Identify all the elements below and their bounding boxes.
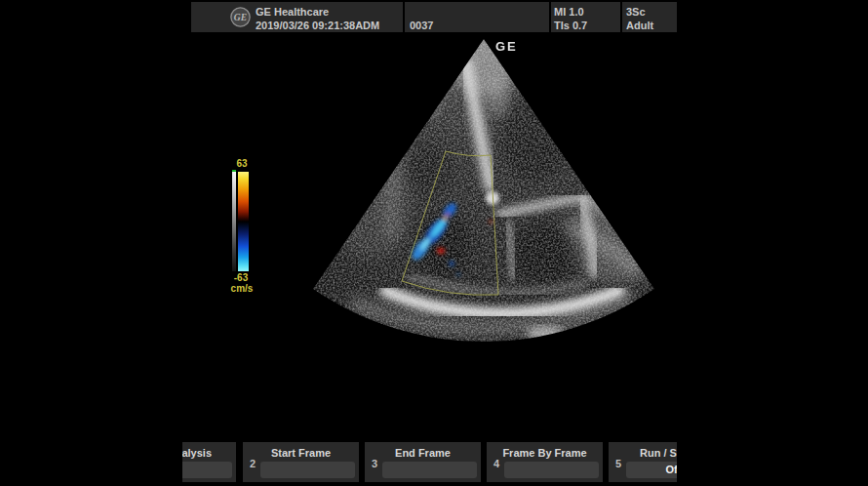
softkey-end-frame[interactable]: End Frame 3 — [365, 442, 481, 482]
softkey-value-box[interactable]: Off — [626, 462, 677, 478]
softkey-number: 2 — [250, 458, 256, 469]
ultrasound-image[interactable] — [0, 0, 868, 486]
softkey-start-frame[interactable]: Start Frame 2 — [243, 442, 359, 482]
softkey-value-box[interactable] — [260, 462, 355, 478]
ultrasound-screen: GE GE Healthcare 2019/03/26 09:21:38ADM … — [0, 0, 868, 486]
softkey-panel: Analysis Start Frame 2 End Frame 3 Frame… — [182, 442, 677, 483]
softkey-label: Analysis — [182, 447, 236, 459]
softkey-value-box[interactable] — [382, 462, 477, 478]
softkey-label: Start Frame — [243, 447, 359, 459]
softkey-frame-by-frame[interactable]: Frame By Frame 4 — [487, 442, 603, 482]
softkey-run-stop[interactable]: Run / Stop 5 Off — [609, 442, 677, 482]
softkey-number: 5 — [615, 458, 621, 469]
softkey-value: Off — [666, 464, 677, 475]
softkey-value-box[interactable] — [504, 462, 599, 478]
softkey-number: 4 — [493, 458, 499, 469]
softkey-value-box[interactable] — [182, 462, 232, 478]
softkey-analysis[interactable]: Analysis — [182, 442, 236, 482]
sector-image — [293, 34, 673, 346]
ge-watermark: GE — [495, 40, 518, 53]
softkey-number: 3 — [372, 458, 377, 469]
softkey-label: End Frame — [365, 447, 481, 459]
softkey-label: Frame By Frame — [487, 447, 603, 459]
